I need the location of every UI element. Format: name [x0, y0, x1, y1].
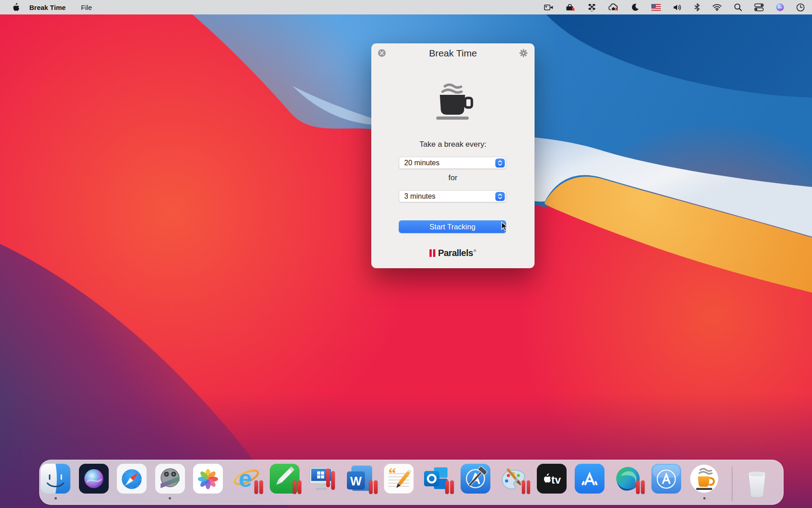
- dock-mac-app-store[interactable]: [651, 464, 681, 494]
- clock-icon[interactable]: [796, 3, 805, 12]
- parallels-toolbox-icon[interactable]: [566, 3, 575, 11]
- parallels-badge: [369, 480, 378, 494]
- parallels-brand-name: Parallels: [438, 248, 473, 258]
- video-camera-icon[interactable]: [544, 4, 554, 11]
- svg-text:“: “: [388, 465, 396, 481]
- bluetooth-icon[interactable]: [694, 3, 700, 11]
- window-title: Break Time: [371, 48, 535, 59]
- duration-preposition: for: [371, 173, 535, 182]
- parallels-badge: [445, 480, 454, 494]
- dock-apple-tv[interactable]: tv: [537, 464, 567, 494]
- apple-menu-icon[interactable]: [12, 3, 19, 12]
- dock-microsoft-word[interactable]: W: [346, 464, 376, 494]
- parallels-badge: [636, 480, 645, 494]
- dock-paint-app[interactable]: [498, 464, 528, 494]
- menu-bar: Break Time File: [0, 0, 812, 14]
- dock-siri[interactable]: [79, 464, 109, 494]
- dock-writing-app[interactable]: “: [384, 464, 414, 494]
- menubar-status-area: [544, 0, 805, 14]
- start-tracking-button[interactable]: Start Tracking: [399, 220, 506, 233]
- duration-select[interactable]: 3 minutes: [399, 190, 506, 202]
- svg-text:e: e: [239, 465, 252, 492]
- parallels-badge: [293, 480, 301, 494]
- interval-label: Take a break every:: [371, 140, 535, 149]
- dock-microsoft-outlook[interactable]: [422, 464, 452, 494]
- dock-parallels-desktop[interactable]: [308, 464, 337, 494]
- dock: e W “ tv: [39, 460, 784, 505]
- spotlight-search-icon[interactable]: [734, 3, 742, 11]
- us-keyboard-flag-icon[interactable]: [651, 4, 661, 11]
- dock-safari[interactable]: [117, 464, 147, 494]
- interval-select[interactable]: 20 minutes: [399, 157, 506, 169]
- desktop: Break Time File Break Time Take a break …: [0, 0, 812, 508]
- svg-text:tv: tv: [551, 474, 561, 486]
- parallels-badge: [522, 480, 531, 494]
- menu-file[interactable]: File: [81, 4, 92, 11]
- parallels-trademark: ®: [474, 249, 476, 253]
- dock-green-pen-app[interactable]: [270, 464, 300, 494]
- parallels-cloud-icon[interactable]: [609, 3, 619, 11]
- running-indicator: [55, 497, 57, 499]
- parallels-logo-bars-icon: [429, 249, 435, 257]
- siri-icon[interactable]: [776, 3, 784, 11]
- dock-internet-explorer[interactable]: e: [231, 464, 261, 494]
- parallels-brand: Parallels ®: [371, 248, 535, 258]
- break-time-window: Break Time Take a break every: 20 minute…: [371, 43, 535, 268]
- gear-icon[interactable]: [519, 49, 528, 59]
- dock-app-store[interactable]: [575, 464, 604, 494]
- coffee-cup-icon: [431, 82, 475, 121]
- menubar-app-name[interactable]: Break Time: [29, 4, 66, 11]
- duration-value: 3 minutes: [404, 192, 435, 200]
- dock-finder[interactable]: [41, 464, 70, 494]
- mouse-cursor: [501, 222, 509, 232]
- dock-photos[interactable]: [193, 464, 223, 494]
- dock-microsoft-edge[interactable]: [613, 464, 643, 494]
- dock-separator: [732, 466, 733, 501]
- running-indicator: [703, 497, 706, 499]
- dock-video-player[interactable]: [155, 464, 185, 494]
- dock-trash[interactable]: [745, 468, 769, 501]
- dock-xcode[interactable]: [461, 464, 490, 494]
- dropbox-icon[interactable]: [587, 3, 596, 12]
- do-not-disturb-moon-icon[interactable]: [631, 3, 639, 11]
- control-center-icon[interactable]: [754, 3, 764, 11]
- dock-break-time[interactable]: [689, 464, 719, 494]
- wifi-icon[interactable]: [712, 4, 722, 11]
- volume-icon[interactable]: [673, 4, 682, 11]
- svg-text:W: W: [350, 475, 362, 488]
- running-indicator: [169, 497, 171, 499]
- parallels-badge: [254, 480, 263, 494]
- interval-value: 20 minutes: [404, 159, 439, 167]
- start-tracking-label: Start Tracking: [429, 223, 475, 231]
- stepper-icon: [495, 192, 505, 201]
- stepper-icon: [495, 158, 505, 168]
